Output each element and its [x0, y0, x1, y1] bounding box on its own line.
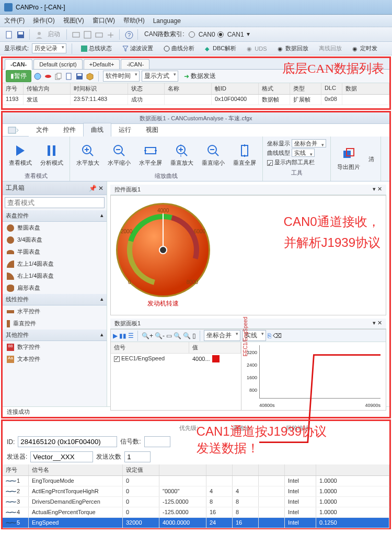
sender-input[interactable] — [30, 451, 93, 462]
dp-play-icon[interactable]: ▶ — [113, 332, 118, 339]
dropdown-icon[interactable]: ▾ — [246, 30, 256, 39]
signal-row[interactable]: ⁓⁓ 3DriversDemandEngPercen0-125.000088In… — [3, 497, 389, 507]
icon-d[interactable] — [106, 30, 115, 39]
col-time[interactable]: 时间标识 — [71, 83, 128, 94]
rtab-curve[interactable]: 曲线 — [83, 123, 111, 137]
rtab-view[interactable]: 视图 — [139, 123, 166, 137]
rtab-file[interactable]: 文件 — [29, 123, 56, 137]
send-data-button[interactable]: ➜数据发送 — [180, 70, 220, 82]
analyse-mode-button[interactable]: 分析模式 — [38, 139, 65, 171]
dp-pause-icon[interactable]: ▮▮ — [119, 332, 126, 339]
user-icon[interactable] — [34, 30, 43, 39]
item-half-circle[interactable]: 半圆表盘 — [3, 246, 107, 258]
section-other[interactable]: 其他控件 — [6, 331, 29, 339]
col-id[interactable]: 帧ID — [212, 83, 259, 94]
item-tr-quarter[interactable]: 右上1/4圆表盘 — [3, 270, 107, 282]
hfull-button[interactable]: 水平全屏 — [137, 139, 164, 171]
item-vertical[interactable]: 垂直控件 — [3, 317, 107, 330]
menu-language[interactable]: Language — [153, 17, 181, 25]
dp-export-icon[interactable]: ⎘ — [268, 332, 271, 339]
uds-button[interactable]: ◉UDS — [243, 44, 270, 53]
disp-mode-dropdown[interactable]: 显示方式 — [142, 71, 178, 82]
rtab-run[interactable]: 运行 — [111, 123, 139, 137]
save-icon[interactable] — [16, 30, 25, 39]
toolbox-pin-icon[interactable]: 📌 ✕ — [89, 185, 103, 192]
pill-icon[interactable] — [44, 72, 52, 81]
col-name[interactable]: 名称 — [165, 83, 212, 94]
filter-button[interactable]: 滤波设置 — [119, 43, 157, 54]
new-icon[interactable] — [4, 30, 14, 39]
offline-button[interactable]: 离线回放 — [315, 43, 345, 54]
doc-icon[interactable] — [65, 72, 73, 81]
pause-button[interactable]: ▮暂停 — [6, 70, 31, 82]
ribbon-home-icon[interactable] — [3, 126, 29, 135]
item-flat-gauge[interactable]: 扁形表盘 — [3, 282, 107, 294]
gauge[interactable]: 0 2000 4000 6000 8000 — [116, 203, 210, 297]
start-label[interactable]: 启动 — [48, 30, 60, 39]
tab-default-script[interactable]: Default (script) — [33, 59, 83, 69]
col-seq[interactable]: 序号 — [3, 83, 24, 94]
view-mode-button[interactable]: 查看模式 — [7, 139, 34, 171]
dp-clear-icon[interactable]: ⌫ — [273, 332, 282, 339]
tab-ican[interactable]: -iCAN- — [121, 59, 149, 69]
menu-help[interactable]: 帮助(H) — [123, 16, 145, 25]
hzoomin-button[interactable]: 水平放大 — [74, 139, 101, 171]
sw-time-dropdown[interactable]: 软件时间 — [103, 71, 140, 82]
clear-button[interactable]: 清 — [366, 139, 376, 180]
coord-disp-dropdown[interactable]: 坐标合并 — [292, 139, 326, 147]
save2-icon[interactable] — [75, 72, 84, 81]
can1-radio[interactable] — [217, 31, 224, 38]
id-input[interactable] — [18, 436, 117, 447]
tab-default[interactable]: +Default+ — [84, 59, 120, 69]
item-digit[interactable]: 88数字控件 — [3, 341, 107, 353]
item-full-circle[interactable]: 整圆表盘 — [3, 222, 107, 234]
dbc-button[interactable]: ◆DBC解析 — [201, 43, 240, 54]
icon-a[interactable] — [71, 30, 80, 39]
item-34-circle[interactable]: 3/4圆表盘 — [3, 234, 107, 246]
col-data[interactable]: 数据 — [342, 83, 389, 94]
vzoomin-button[interactable]: 垂直放大 — [168, 139, 195, 171]
col-fmt[interactable]: 格式 — [259, 83, 290, 94]
curve-button[interactable]: 曲线分析 — [160, 43, 198, 54]
dp-coord-dropdown[interactable]: 坐标合并 — [204, 330, 240, 341]
signal-check[interactable] — [114, 356, 120, 362]
help-icon[interactable]: ? — [124, 30, 133, 39]
show-toolbar-check[interactable] — [267, 160, 273, 166]
toolbox-search[interactable] — [5, 197, 105, 208]
dp-vzo-icon[interactable]: 🔍 — [183, 332, 191, 339]
signal-row[interactable]: ⁓⁓ 2ActlEngPrcntTorqueHighR0"0000"44Inte… — [3, 486, 389, 497]
col-status[interactable]: 状态 — [128, 83, 165, 94]
hzoomout-button[interactable]: 水平缩小 — [106, 139, 133, 171]
section-gauge[interactable]: 表盘控件 — [6, 212, 29, 220]
signal-row[interactable]: ⁓⁓ 5EngSpeed320004000.00002416Intel0.125… — [3, 518, 389, 528]
item-horizontal[interactable]: 水平控件 — [3, 305, 107, 317]
dp-vfit-icon[interactable]: ▯ — [192, 332, 196, 339]
copy-icon[interactable] — [54, 72, 63, 81]
menu-window[interactable]: 窗口(W) — [93, 16, 115, 25]
signal-row[interactable]: ⁓⁓ 4ActualEngPercentTorque0-125.0000168I… — [3, 507, 389, 518]
chart[interactable]: EEC1/EngSpeed 320024001600800 40800s4090… — [241, 342, 386, 410]
panel-menu-icon[interactable]: ▾ ✕ — [373, 186, 382, 194]
dp-list-icon[interactable]: ☰ — [128, 332, 134, 339]
vfull-button[interactable]: 垂直全屏 — [231, 139, 258, 171]
bus-status-button[interactable]: 总线状态 — [77, 43, 116, 54]
icon-b[interactable] — [83, 30, 92, 39]
menu-view[interactable]: 视图(V) — [63, 16, 84, 25]
item-text[interactable]: Aa文本控件 — [3, 353, 107, 365]
col-dir[interactable]: 传输方向 — [24, 83, 71, 94]
grid-row[interactable]: 1193 发送 23:57:11.483 成功 0x10F00400 数据帧 扩… — [3, 95, 389, 105]
signal-row[interactable]: ⁓⁓ 1EngTorqueMode0Intel1.0000 — [3, 476, 389, 486]
dp-vzi-icon[interactable]: 🔍 — [174, 332, 181, 339]
can0-radio[interactable] — [189, 31, 195, 38]
replay-button[interactable]: ◉数据回放 — [274, 43, 312, 54]
menu-file[interactable]: 文件(F) — [4, 16, 25, 25]
line-type-dropdown[interactable]: 实线 — [292, 149, 315, 157]
col-type[interactable]: 类型 — [290, 83, 321, 94]
export-button[interactable]: 导出图片 — [335, 139, 362, 180]
timer-button[interactable]: ◉定时发 — [349, 43, 381, 54]
section-linear[interactable]: 线性控件 — [6, 296, 29, 303]
sendtimes-input[interactable] — [124, 451, 151, 462]
data-panel-menu[interactable]: ▾ ✕ — [373, 320, 382, 327]
globe-icon[interactable] — [33, 72, 42, 81]
data-panel-tab[interactable]: 数据面板1 — [114, 320, 141, 327]
